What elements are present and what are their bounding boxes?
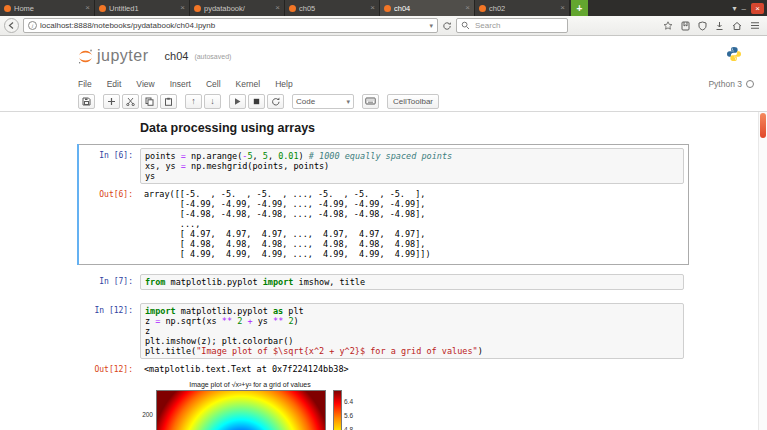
interrupt-kernel-button[interactable] — [248, 94, 265, 109]
cut-cell-button[interactable] — [122, 94, 139, 109]
browser-tab-home[interactable]: Home × — [0, 0, 95, 16]
empty-prompt — [82, 379, 140, 430]
code-cell-in6[interactable]: In [6]: points = np.arange(-5, 5, 0.01) … — [77, 144, 689, 265]
colorbar-tick-label: 6.4 — [344, 398, 353, 405]
menu-kernel[interactable]: Kernel — [236, 79, 261, 89]
menu-insert[interactable]: Insert — [170, 79, 191, 89]
tab-label: Home — [14, 4, 82, 13]
run-cell-button[interactable] — [229, 94, 246, 109]
jupyter-menubar: File Edit View Insert Cell Kernel Help P… — [0, 76, 767, 91]
move-cell-up-button[interactable]: ↑ — [185, 94, 202, 109]
jupyter-favicon-icon — [99, 5, 106, 12]
colorbar — [333, 390, 342, 430]
menu-cell[interactable]: Cell — [206, 79, 221, 89]
code-cell-in7[interactable]: In [7]: from matplotlib.pyplot import im… — [77, 270, 689, 294]
save-button[interactable] — [78, 94, 95, 109]
menu-hamburger-icon[interactable] — [750, 21, 760, 30]
colorbar-ticks: 6.4 5.6 4.8 4.0 3.2 — [344, 390, 358, 430]
jupyter-favicon-icon — [384, 5, 391, 12]
tab-label: ch05 — [299, 4, 367, 13]
window-minimize-button[interactable]: – — [742, 4, 746, 13]
empty-prompt — [82, 121, 140, 135]
menu-file[interactable]: File — [78, 79, 92, 89]
new-tab-button[interactable]: + — [571, 0, 588, 16]
back-arrow-icon — [7, 21, 16, 30]
colorbar-tick-label: 4.8 — [344, 426, 353, 430]
kernel-indicator: Python 3 — [708, 79, 754, 89]
bookmarks-menu-icon[interactable] — [681, 21, 690, 31]
kernel-name: Python 3 — [708, 79, 742, 89]
jupyter-favicon-icon — [289, 5, 296, 12]
jupyter-favicon-icon — [4, 5, 11, 12]
markdown-cell[interactable]: Data processing using arrays — [77, 117, 689, 139]
y-tick-label: 200 — [142, 411, 153, 418]
search-bar[interactable] — [456, 18, 568, 33]
tab-label: pydatabook/ — [204, 4, 272, 13]
colorbar-tick-label: 5.6 — [344, 412, 353, 419]
input-prompt: In [12]: — [82, 303, 140, 359]
menu-edit[interactable]: Edit — [107, 79, 122, 89]
matplotlib-figure: Image plot of √x²+y² for a grid of value… — [140, 381, 358, 430]
scrollbar-track[interactable] — [758, 112, 767, 430]
command-palette-button[interactable] — [362, 94, 379, 109]
tab-close-icon[interactable]: × — [275, 4, 280, 12]
insert-cell-button[interactable] — [103, 94, 120, 109]
code-input[interactable]: import matplotlib.pyplot as pltz = np.sq… — [140, 303, 684, 359]
notebook-title[interactable]: ch04 — [165, 50, 189, 62]
window-close-button[interactable]: × — [751, 3, 764, 14]
code-input[interactable]: points = np.arange(-5, 5, 0.01) # 1000 e… — [140, 148, 684, 184]
tab-list-caret-icon[interactable]: ▾ — [733, 4, 737, 13]
clipboard-icon — [164, 97, 173, 106]
play-icon — [233, 97, 242, 106]
restart-icon — [271, 97, 281, 106]
scrollbar-thumb[interactable] — [760, 113, 766, 138]
jupyter-logo-text: jupyter — [97, 47, 149, 65]
tab-close-icon[interactable]: × — [560, 4, 565, 12]
section-heading: Data processing using arrays — [140, 121, 684, 135]
browser-tab-untitled1[interactable]: Untitled1 × — [95, 0, 190, 16]
notebook-area: Data processing using arrays In [6]: poi… — [0, 112, 767, 430]
reload-icon — [442, 21, 452, 31]
cell-type-select[interactable]: Code ▾ — [292, 94, 354, 109]
copy-cell-button[interactable] — [141, 94, 158, 109]
browser-tab-ch05[interactable]: ch05 × — [285, 0, 380, 16]
move-cell-down-button[interactable]: ↓ — [204, 94, 221, 109]
menu-help[interactable]: Help — [275, 79, 292, 89]
menu-view[interactable]: View — [136, 79, 154, 89]
code-input[interactable]: from matplotlib.pyplot import imshow, ti… — [140, 274, 684, 290]
paste-cell-button[interactable] — [160, 94, 177, 109]
browser-navbar: i ▾ — [0, 16, 767, 36]
plus-icon — [107, 97, 116, 106]
input-prompt: In [6]: — [82, 148, 140, 184]
search-icon — [461, 21, 470, 30]
tab-close-icon[interactable]: × — [85, 4, 90, 12]
jupyter-favicon-icon — [479, 5, 486, 12]
tab-close-icon[interactable]: × — [465, 4, 470, 12]
home-icon[interactable] — [732, 21, 742, 31]
search-input[interactable] — [473, 20, 563, 31]
browser-tab-pydatabook[interactable]: pydatabook/ × — [190, 0, 285, 16]
back-button[interactable] — [4, 18, 19, 33]
browser-tab-ch02[interactable]: ch02 × — [475, 0, 570, 16]
reload-button[interactable] — [442, 17, 452, 35]
jupyter-header: jupyter ch04 (autosaved) — [0, 36, 767, 76]
url-dropdown-caret-icon[interactable]: ▾ — [429, 22, 433, 29]
page-info-icon[interactable]: i — [28, 21, 37, 30]
tab-close-icon[interactable]: × — [180, 4, 185, 12]
floppy-icon — [82, 97, 91, 106]
url-input[interactable] — [40, 21, 426, 30]
url-bar[interactable]: i ▾ — [23, 18, 438, 33]
shield-icon[interactable] — [698, 21, 707, 31]
jupyter-logo[interactable]: jupyter — [77, 47, 149, 65]
scissors-icon — [126, 97, 135, 106]
bookmark-star-icon[interactable] — [663, 21, 673, 31]
cell-output: <matplotlib.text.Text at 0x7f224124bb38> — [140, 362, 684, 376]
output-prompt: Out[6]: — [82, 187, 140, 261]
browser-tab-ch04-active[interactable]: ch04 × — [380, 0, 475, 16]
tab-close-icon[interactable]: × — [370, 4, 375, 12]
restart-kernel-button[interactable] — [267, 94, 284, 109]
downloads-icon[interactable] — [715, 21, 724, 31]
code-cell-in12[interactable]: In [12]: import matplotlib.pyplot as plt… — [77, 299, 689, 430]
celltoolbar-button[interactable]: CellToolbar — [387, 94, 439, 109]
jupyter-planet-icon — [77, 48, 94, 65]
